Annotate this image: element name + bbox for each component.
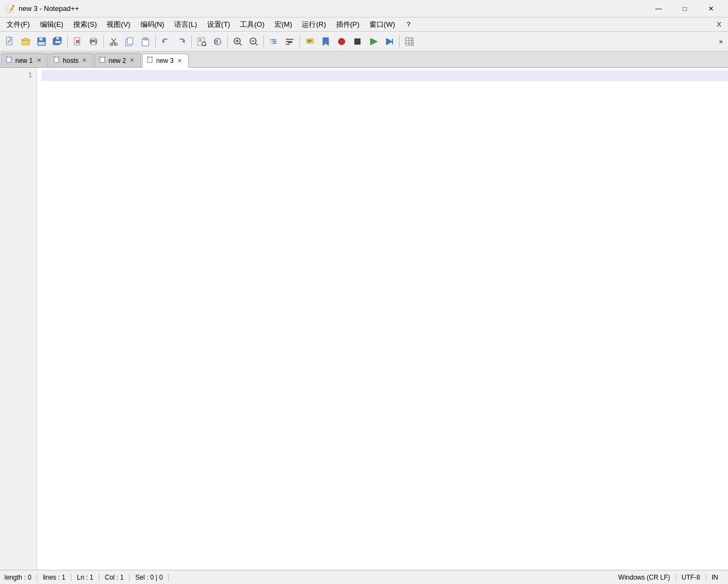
toolbar-sep-5 <box>227 36 228 48</box>
open-file-button[interactable] <box>18 34 33 49</box>
new-file-button[interactable] <box>2 34 17 49</box>
svg-rect-54 <box>307 39 313 43</box>
status-bar: length : 0 lines : 1 Ln : 1 Col : 1 Sel … <box>0 570 728 584</box>
zoom-in-button[interactable] <box>230 34 245 49</box>
menu-bar: 文件(F) 编辑(E) 搜索(S) 视图(V) 编码(N) 语言(L) 设置(T… <box>0 17 728 32</box>
status-col: Col : 1 <box>99 574 130 581</box>
tab-close-new3[interactable]: ✕ <box>176 57 184 65</box>
minimize-button[interactable]: — <box>646 0 671 17</box>
svg-rect-6 <box>39 38 43 40</box>
highlight-button[interactable] <box>302 34 318 49</box>
svg-point-36 <box>215 40 218 43</box>
tab-label-hosts: hosts <box>63 57 79 65</box>
menu-help[interactable]: ？ <box>401 19 416 31</box>
tab-close-hosts[interactable]: ✕ <box>81 57 89 65</box>
menu-search[interactable]: 搜索(S) <box>69 19 101 31</box>
title-bar: 📝 new 3 - Notepad++ — □ ✕ <box>0 0 728 17</box>
indent-guide-button[interactable] <box>266 34 281 49</box>
toolbar-sep-1 <box>67 36 68 48</box>
save-all-button[interactable] <box>50 34 65 49</box>
status-insert-mode: IN <box>706 574 724 581</box>
find-in-files-button[interactable] <box>194 34 209 49</box>
stop-macro-button[interactable] <box>350 34 365 49</box>
svg-rect-70 <box>56 56 58 58</box>
tab-icon-hosts <box>54 56 61 65</box>
tab-new1[interactable]: new 1 ✕ <box>1 53 48 67</box>
tab-close-new2[interactable]: ✕ <box>128 57 136 65</box>
svg-point-57 <box>338 38 345 45</box>
tab-label-new2: new 2 <box>109 57 126 65</box>
svg-point-30 <box>202 42 206 45</box>
svg-rect-10 <box>56 37 59 39</box>
toolbar-overflow-button[interactable]: » <box>716 34 726 49</box>
tab-label-new1: new 1 <box>15 57 33 65</box>
svg-rect-11 <box>55 41 61 43</box>
close-button[interactable]: ✕ <box>698 0 724 17</box>
editor-line-1[interactable] <box>42 70 728 81</box>
menu-view[interactable]: 视图(V) <box>102 19 134 31</box>
replace-button[interactable] <box>210 34 225 49</box>
status-length: length : 0 <box>4 574 37 581</box>
menu-tools[interactable]: 工具(O) <box>236 19 269 31</box>
run-script-button[interactable] <box>381 34 397 49</box>
svg-marker-59 <box>371 38 377 45</box>
status-line-ending: Windows (CR LF) <box>613 574 676 581</box>
menu-edit[interactable]: 编辑(E) <box>36 19 68 31</box>
status-sel: Sel : 0 | 0 <box>130 574 168 581</box>
menu-window[interactable]: 窗口(W) <box>365 19 400 31</box>
svg-rect-16 <box>91 38 96 40</box>
menu-language[interactable]: 语言(L) <box>170 19 202 31</box>
toolbar-sep-7 <box>300 36 300 48</box>
editor-container: 1 <box>0 68 728 570</box>
svg-rect-58 <box>355 39 360 44</box>
svg-line-43 <box>256 43 258 45</box>
word-wrap-button[interactable] <box>282 34 297 49</box>
svg-point-18 <box>95 40 96 42</box>
menu-file[interactable]: 文件(F) <box>2 19 34 31</box>
print-button[interactable] <box>86 34 101 49</box>
menu-settings[interactable]: 设置(T) <box>203 19 235 31</box>
bookmark-toggle-button[interactable] <box>318 34 333 49</box>
tab-icon-new2 <box>99 56 107 65</box>
line-numbers: 1 <box>0 68 37 570</box>
line-number-1: 1 <box>0 70 32 81</box>
editor-area[interactable] <box>37 68 728 570</box>
copy-button[interactable] <box>122 34 137 49</box>
status-encoding: UTF-8 <box>676 574 706 581</box>
menu-encoding[interactable]: 编码(N) <box>136 19 169 31</box>
maximize-button[interactable]: □ <box>672 0 697 17</box>
grid-view-button[interactable] <box>402 34 417 49</box>
menu-macro[interactable]: 宏(M) <box>270 19 297 31</box>
menu-plugins[interactable]: 插件(P) <box>332 19 364 31</box>
play-macro-button[interactable] <box>366 34 381 49</box>
toolbar-sep-2 <box>103 36 104 48</box>
svg-rect-7 <box>38 42 45 45</box>
svg-rect-62 <box>406 38 413 45</box>
menu-run[interactable]: 运行(R) <box>297 19 330 31</box>
zoom-out-button[interactable] <box>246 34 261 49</box>
svg-rect-72 <box>101 56 104 58</box>
svg-rect-17 <box>91 42 96 45</box>
toolbar-sep-6 <box>263 36 264 48</box>
tab-new2[interactable]: new 2 ✕ <box>95 53 141 67</box>
svg-rect-74 <box>149 56 151 58</box>
redo-button[interactable] <box>174 34 189 49</box>
svg-line-39 <box>240 43 242 45</box>
toolbar: » <box>0 32 728 51</box>
svg-rect-26 <box>144 38 147 40</box>
svg-rect-24 <box>127 38 133 44</box>
save-button[interactable] <box>34 34 49 49</box>
close-doc-button[interactable] <box>70 34 85 49</box>
cut-button[interactable] <box>106 34 121 49</box>
tab-new3[interactable]: new 3 ✕ <box>142 54 189 68</box>
undo-button[interactable] <box>158 34 173 49</box>
app-icon: 📝 <box>4 3 15 14</box>
status-lines: lines : 1 <box>37 574 71 581</box>
toolbar-sep-4 <box>191 36 192 48</box>
paste-button[interactable] <box>138 34 153 49</box>
menu-overflow[interactable]: X <box>712 19 726 30</box>
record-macro-button[interactable] <box>334 34 349 49</box>
tab-close-new1[interactable]: ✕ <box>35 57 43 65</box>
tab-hosts[interactable]: hosts ✕ <box>49 53 93 67</box>
status-ln: Ln : 1 <box>72 574 99 581</box>
